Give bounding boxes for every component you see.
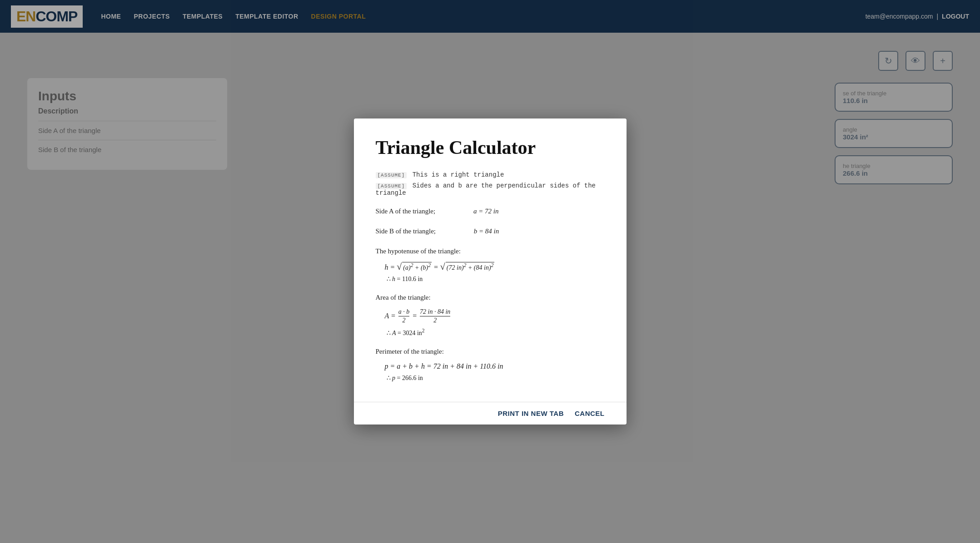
side-b-section: Side B of the triangle; b = 84 in bbox=[376, 226, 605, 237]
modal-title: Triangle Calculator bbox=[376, 137, 605, 158]
area-title: Area of the triangle: bbox=[376, 292, 605, 303]
side-a-label: Side A of the triangle; bbox=[376, 207, 436, 215]
hyp-formula: h = √ (a)2 + (b)2 = √ (72 in)2 + (84 in)… bbox=[385, 262, 605, 272]
hypotenuse-section: The hypotenuse of the triangle: h = √ (a… bbox=[376, 246, 605, 283]
perimeter-formula: p = a + b + h = 72 in + 84 in + 110.6 in bbox=[385, 362, 605, 370]
print-button[interactable]: PRINT IN NEW TAB bbox=[498, 410, 564, 417]
perimeter-formula-text: p = a + b + h = 72 in + 84 in + 110.6 in bbox=[385, 362, 503, 370]
modal-overlay: Triangle Calculator [ASSUME] This is a r… bbox=[0, 0, 980, 543]
side-b-value: b = 84 in bbox=[474, 227, 499, 235]
assume-tag-2: [ASSUME] bbox=[376, 183, 407, 189]
side-b-row: Side B of the triangle; b = 84 in bbox=[376, 226, 605, 237]
hyp-title: The hypotenuse of the triangle: bbox=[376, 246, 605, 257]
area-therefore: ∴ A = 3024 in2 bbox=[387, 328, 605, 337]
area-section: Area of the triangle: A = a · b 2 = 72 i… bbox=[376, 292, 605, 337]
assume-text-1: This is a right triangle bbox=[413, 171, 504, 178]
side-b-label: Side B of the triangle; bbox=[376, 227, 436, 235]
modal: Triangle Calculator [ASSUME] This is a r… bbox=[354, 118, 627, 425]
hyp-formula-text: h = √ (a)2 + (b)2 = √ (72 in)2 + (84 in)… bbox=[385, 263, 495, 271]
side-a-value: a = 72 in bbox=[473, 207, 499, 215]
assume-line-2: [ASSUME] Sides a and b are the perpendic… bbox=[376, 182, 605, 197]
area-formula: A = a · b 2 = 72 in · 84 in 2 bbox=[385, 308, 605, 324]
sqrt-ab: √ (a)2 + (b)2 bbox=[397, 262, 432, 272]
perimeter-title: Perimeter of the triangle: bbox=[376, 346, 605, 357]
assume-text-2: Sides a and b are the perpendicular side… bbox=[376, 182, 596, 197]
modal-body: Triangle Calculator [ASSUME] This is a r… bbox=[354, 118, 627, 402]
area-frac-symbolic: a · b 2 bbox=[398, 308, 410, 324]
side-a-section: Side A of the triangle; a = 72 in bbox=[376, 206, 605, 217]
assume-line-1: [ASSUME] This is a right triangle bbox=[376, 171, 605, 178]
assumptions-section: [ASSUME] This is a right triangle [ASSUM… bbox=[376, 171, 605, 197]
modal-footer: PRINT IN NEW TAB CANCEL bbox=[354, 402, 627, 425]
area-formula-text: A = a · b 2 = 72 in · 84 in 2 bbox=[385, 312, 452, 320]
page-background: ↻ 👁 + Inputs Description Side A of the t… bbox=[0, 33, 980, 543]
assume-tag-1: [ASSUME] bbox=[376, 172, 407, 178]
perimeter-section: Perimeter of the triangle: p = a + b + h… bbox=[376, 346, 605, 382]
cancel-button[interactable]: CANCEL bbox=[575, 410, 605, 417]
area-frac-values: 72 in · 84 in 2 bbox=[420, 308, 450, 324]
side-a-row: Side A of the triangle; a = 72 in bbox=[376, 206, 605, 217]
perimeter-therefore: ∴ p = 266.6 in bbox=[387, 374, 605, 382]
sqrt-vals: √ (72 in)2 + (84 in)2 bbox=[440, 262, 495, 272]
hyp-therefore: ∴ h = 110.6 in bbox=[387, 275, 605, 283]
